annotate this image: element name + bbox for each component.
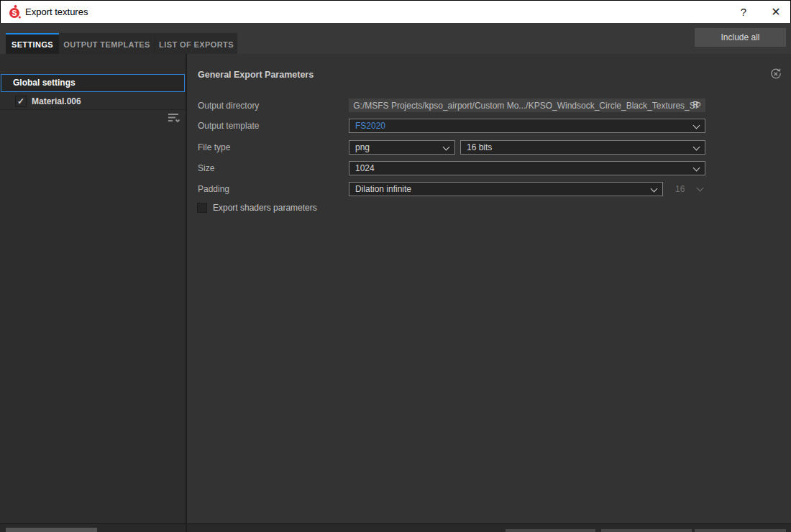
padding-row: Padding Dilation infinite 16 — [198, 182, 780, 196]
bit-depth-value: 16 bits — [467, 142, 492, 152]
size-label: Size — [198, 161, 214, 175]
chevron-down-icon — [693, 165, 700, 172]
help-button[interactable]: ? — [733, 2, 754, 22]
tab-bar: SETTINGS OUTPUT TEMPLATES LIST OF EXPORT… — [0, 23, 791, 54]
tab-settings[interactable]: SETTINGS — [6, 33, 59, 54]
sidebar-item-global-settings[interactable]: Global settings — [1, 74, 185, 92]
global-settings-label: Global settings — [1, 75, 184, 91]
bottom-button-3[interactable] — [695, 529, 786, 532]
output-template-value: FS2020 — [355, 121, 385, 131]
bottom-button-2[interactable] — [601, 529, 692, 532]
chevron-down-icon — [693, 122, 700, 129]
file-type-label: File type — [198, 140, 230, 155]
list-options-icon[interactable] — [167, 112, 181, 124]
bottom-button-1[interactable] — [506, 529, 595, 532]
file-format-select[interactable]: png — [349, 140, 455, 155]
size-select[interactable]: 1024 — [349, 161, 705, 175]
padding-label: Padding — [198, 182, 229, 196]
chevron-down-icon — [651, 185, 658, 193]
output-directory-field[interactable]: G:/MSFS Projects/kpso_airport/Custom Mo.… — [349, 98, 705, 112]
output-directory-row: Output directory G:/MSFS Projects/kpso_a… — [198, 98, 780, 113]
output-template-label: Output template — [198, 119, 259, 133]
export-shaders-checkbox[interactable] — [197, 203, 207, 213]
material-checkbox[interactable]: ✓ — [15, 96, 27, 107]
section-heading: General Export Parameters — [198, 70, 314, 80]
padding-value: Dilation infinite — [355, 184, 411, 194]
horizontal-scrollbar-thumb[interactable] — [6, 528, 97, 532]
tab-strip: SETTINGS OUTPUT TEMPLATES LIST OF EXPORT… — [6, 33, 237, 54]
bottom-bar — [0, 523, 791, 532]
panel-divider — [186, 54, 187, 532]
sidebar-item-material[interactable]: ✓ Material.006 — [0, 93, 186, 110]
window-title: Export textures — [25, 1, 88, 23]
output-directory-reset-button[interactable]: R — [692, 98, 699, 112]
texture-sets-sidebar: Global settings ✓ Material.006 — [0, 54, 186, 523]
file-format-value: png — [355, 142, 370, 152]
chevron-down-icon — [443, 144, 450, 151]
export-shaders-label: Export shaders parameters — [213, 203, 317, 214]
include-all-button[interactable]: Include all — [695, 28, 786, 47]
titlebar: S Export textures ? ✕ — [0, 0, 791, 23]
dilation-distance-value: 16 — [675, 184, 685, 194]
bit-depth-select[interactable]: 16 bits — [460, 140, 705, 155]
reset-section-icon[interactable] — [769, 68, 782, 81]
size-value: 1024 — [355, 163, 375, 173]
output-template-select[interactable]: FS2020 — [349, 119, 705, 133]
export-shaders-row: Export shaders parameters — [198, 203, 780, 214]
dilation-distance-select-disabled: 16 — [672, 182, 705, 196]
output-directory-value: G:/MSFS Projects/kpso_airport/Custom Mo.… — [353, 101, 701, 111]
close-icon[interactable]: ✕ — [765, 2, 787, 22]
output-template-row: Output template FS2020 — [198, 119, 780, 133]
output-directory-label: Output directory — [198, 98, 259, 113]
chevron-down-icon — [693, 144, 700, 151]
tab-output-templates[interactable]: OUTPUT TEMPLATES — [59, 33, 155, 54]
svg-text:S: S — [12, 9, 17, 17]
padding-select[interactable]: Dilation infinite — [349, 182, 663, 196]
file-type-row: File type png 16 bits — [198, 140, 780, 155]
general-export-parameters-panel: General Export Parameters Output directo… — [187, 54, 791, 523]
tab-list-of-exports[interactable]: LIST OF EXPORTS — [155, 33, 237, 54]
substance-painter-logo-icon: S — [8, 5, 22, 19]
material-name: Material.006 — [32, 93, 81, 110]
size-row: Size 1024 — [198, 161, 780, 175]
export-textures-dialog: S Export textures ? ✕ SETTINGS OUTPUT TE… — [0, 0, 791, 532]
chevron-down-icon — [697, 185, 704, 192]
